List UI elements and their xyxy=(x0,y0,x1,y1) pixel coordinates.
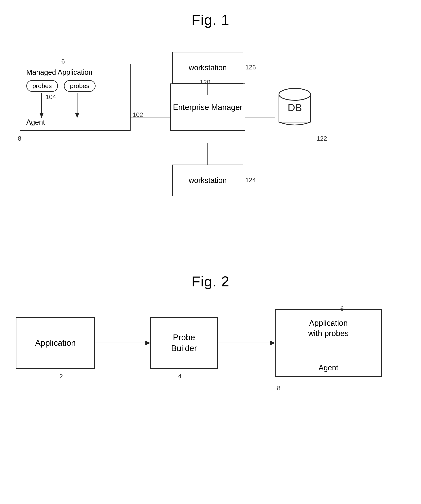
ref-6-fig1: 6 xyxy=(61,58,65,65)
db-cylinder: DB xyxy=(275,86,315,130)
svg-point-9 xyxy=(279,88,311,100)
enterprise-manager-box: Enterprise Manager xyxy=(170,84,245,131)
workstation-bottom-box: workstation xyxy=(172,165,243,196)
probe-builder-box: Probe Builder xyxy=(150,317,218,369)
app-probes-divider xyxy=(276,360,381,360)
ref-122: 122 xyxy=(317,135,327,142)
probes-area: probes probes xyxy=(26,80,96,92)
ref-8-fig2: 8 xyxy=(277,384,281,392)
app-probes-agent-label: Agent xyxy=(276,364,381,372)
ref-124: 124 xyxy=(245,176,256,184)
fig1-diagram: Managed Application probes probes Agent … xyxy=(0,40,421,258)
workstation-top-label: workstation xyxy=(189,64,227,72)
workstation-top-box: workstation xyxy=(172,52,243,84)
svg-marker-12 xyxy=(145,341,150,345)
ref-102: 102 xyxy=(132,111,143,119)
svg-text:DB: DB xyxy=(288,102,302,113)
ref-2: 2 xyxy=(59,373,63,380)
managed-app-label: Managed Application xyxy=(26,68,92,77)
svg-marker-14 xyxy=(270,341,275,345)
application-box: Application xyxy=(16,317,95,369)
fig2-title: Fig. 2 xyxy=(0,273,421,290)
probe-builder-label: Probe Builder xyxy=(171,332,197,354)
probe-pill-2: probes xyxy=(64,80,96,92)
application-label: Application xyxy=(35,338,76,348)
agent-divider xyxy=(20,130,130,130)
agent-label-fig1: Agent xyxy=(26,118,45,126)
fig2-diagram: Application 2 Probe Builder 4 Applicatio… xyxy=(0,301,421,412)
managed-app-box: Managed Application probes probes Agent xyxy=(20,64,131,131)
ref-126: 126 xyxy=(245,64,256,71)
app-with-probes-label: Application with probes xyxy=(276,318,381,338)
ref-6-fig2: 6 xyxy=(340,305,344,312)
ref-8-fig1: 8 xyxy=(18,135,21,142)
fig1-title: Fig. 1 xyxy=(0,0,421,28)
probe-pill-1: probes xyxy=(26,80,58,92)
ref-4: 4 xyxy=(178,373,182,380)
app-with-probes-box: Application with probes Agent xyxy=(275,309,382,377)
enterprise-manager-label: Enterprise Manager xyxy=(173,102,242,112)
workstation-bottom-label: workstation xyxy=(189,176,227,185)
ref-104: 104 xyxy=(46,93,56,101)
